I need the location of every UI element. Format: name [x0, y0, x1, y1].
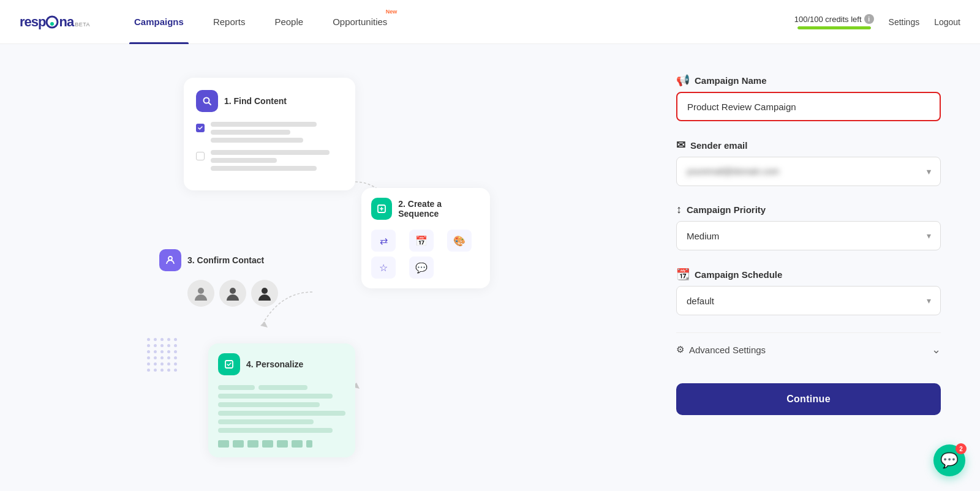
step3-icon [159, 249, 181, 271]
credits-info-icon[interactable]: i [864, 14, 874, 24]
seq-calendar-icon: 📅 [409, 230, 434, 252]
schedule-select-wrap: default custom [676, 286, 941, 315]
svg-line-3 [209, 103, 211, 105]
seq-star-icon: ☆ [371, 257, 396, 279]
step1-checked [196, 124, 205, 132]
step1-label: 1. Find Content [224, 96, 287, 106]
step4-content [218, 385, 345, 448]
svg-marker-8 [260, 321, 268, 328]
campaign-priority-label: Campaign Priority [687, 204, 766, 215]
advanced-settings-row[interactable]: ⚙ Advanced Settings ⌄ [676, 332, 941, 366]
sender-email-select-wrap: youremail@domain.com ▾ [676, 157, 941, 186]
priority-select-wrap: Medium Low High [676, 221, 941, 250]
campaign-schedule-section: 📆 Campaign Schedule default custom [676, 268, 941, 315]
advanced-settings-gear-icon: ⚙ [676, 344, 684, 355]
svg-point-11 [230, 288, 236, 294]
settings-link[interactable]: Settings [889, 17, 920, 27]
logo-icon [45, 15, 59, 29]
beta-badge: BETA [75, 21, 90, 28]
campaign-name-label: Campaign Name [695, 75, 767, 86]
sender-email-label: Sender email [690, 140, 747, 151]
sender-email-blurred: youremail@domain.com [687, 167, 779, 176]
continue-button[interactable]: Continue [676, 383, 941, 415]
nav-reports[interactable]: Reports [198, 0, 260, 44]
seq-palette-icon: 🎨 [447, 230, 472, 252]
campaign-priority-icon: ↕ [676, 203, 682, 216]
advanced-settings-label: Advanced Settings [689, 345, 766, 355]
priority-select[interactable]: Medium Low High [676, 221, 941, 250]
nav-opportunities[interactable]: Opportunities New [318, 0, 402, 44]
svg-point-12 [262, 288, 268, 294]
step1-unchecked [196, 152, 205, 160]
sender-email-section: ✉ Sender email youremail@domain.com ▾ [676, 138, 941, 186]
campaign-name-icon: 📢 [676, 73, 690, 87]
seq-chat-icon: 💬 [409, 257, 434, 279]
chat-badge: 2 [956, 443, 967, 454]
nav-right: 100/100 credits left i Settings Logout [794, 14, 960, 29]
seq-icons-grid: ⇄ 📅 🎨 ☆ 💬 [371, 230, 480, 279]
step4-card: 4. Personalize [208, 343, 355, 457]
sender-email-icon: ✉ [676, 138, 685, 152]
step4-icon [218, 353, 240, 375]
navbar: resp na BETA Campaigns Reports People Op… [0, 0, 980, 44]
campaign-schedule-label: Campaign Schedule [695, 269, 782, 280]
step2-label: 2. Create a Sequence [398, 199, 480, 219]
campaign-name-section: 📢 Campaign Name [676, 73, 941, 121]
nav-campaigns[interactable]: Campaigns [119, 0, 198, 44]
logo-text2: na [59, 14, 74, 30]
advanced-settings-chevron-icon: ⌄ [932, 343, 941, 356]
avatar-1 [187, 280, 214, 307]
dots-bottom-left: document.currentScript.insertAdjacentHTM… [147, 338, 178, 372]
step1-card: 1. Find Content [184, 78, 355, 190]
sender-email-select[interactable]: youremail@domain.com [676, 157, 941, 186]
nav-links: Campaigns Reports People Opportunities N… [119, 0, 794, 44]
credits-widget: 100/100 credits left i [794, 14, 874, 29]
seq-share-icon: ⇄ [371, 230, 396, 252]
step1-icon [196, 90, 218, 112]
step3-card: 3. Confirm Contact [159, 249, 278, 307]
logo-text: resp [20, 14, 45, 30]
illus-container: document.currentScript.insertAdjacentHTM… [147, 78, 490, 457]
new-badge: New [386, 9, 398, 15]
illustration-panel: document.currentScript.insertAdjacentHTM… [0, 44, 637, 491]
advanced-settings-left: ⚙ Advanced Settings [676, 344, 766, 355]
main-content: document.currentScript.insertAdjacentHTM… [0, 44, 980, 491]
svg-point-10 [198, 288, 204, 294]
form-panel: 📢 Campaign Name ✉ Sender email youremail… [637, 44, 980, 491]
logo: resp na BETA [20, 14, 90, 30]
campaign-priority-section: ↕ Campaign Priority Medium Low High [676, 203, 941, 250]
step4-label: 4. Personalize [246, 359, 303, 369]
credits-bar [797, 26, 871, 29]
svg-point-1 [50, 22, 54, 26]
campaign-name-input[interactable] [676, 92, 941, 121]
nav-people[interactable]: People [260, 0, 318, 44]
schedule-select[interactable]: default custom [676, 286, 941, 315]
step3-avatars [187, 280, 278, 307]
step3-label: 3. Confirm Contact [187, 255, 264, 265]
chat-bubble-icon: 💬 [940, 452, 959, 469]
step2-icon [371, 198, 392, 220]
avatar-2 [219, 280, 246, 307]
credits-text: 100/100 credits left [794, 15, 862, 24]
avatar-3 [251, 280, 278, 307]
credits-fill [797, 26, 871, 29]
chat-bubble[interactable]: 💬 2 [933, 444, 965, 476]
logout-link[interactable]: Logout [934, 17, 960, 27]
step2-card: 2. Create a Sequence ⇄ 📅 🎨 ☆ 💬 [361, 188, 490, 288]
campaign-schedule-icon: 📆 [676, 268, 690, 281]
